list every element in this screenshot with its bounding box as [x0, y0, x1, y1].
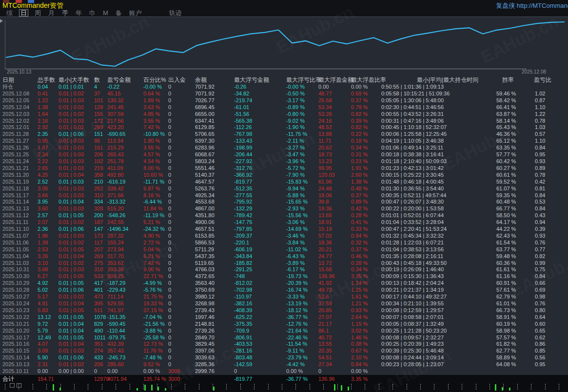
table-row[interactable]: 2025.11.061.390.01 | 0.02117155.242.72 %… — [0, 240, 568, 246]
table-row[interactable]: 2025.10.235.830.01 | 0.05511741.9737.15 … — [0, 307, 568, 314]
table-row[interactable]: 2025.11.112.070.01 | 0.02187242.555.21 %… — [0, 219, 568, 226]
cell-pnl: -245.73 — [106, 355, 142, 361]
header-minmax[interactable]: 最小|大手数 — [58, 76, 93, 84]
header-count[interactable]: 数 — [93, 76, 106, 84]
tab-综[interactable]: 综 — [5, 10, 14, 16]
cell-inout: 0 — [166, 158, 194, 165]
cell-minmax: 0.01 | 0.05 — [58, 212, 93, 219]
cell-balance: 2739.26 — [194, 328, 233, 335]
header-mfl[interactable]: 最大浮亏金额 — [233, 76, 285, 84]
header-date[interactable]: 日期 — [0, 76, 37, 84]
chart-x-axis — [5, 69, 527, 69]
table-row[interactable]: 2025.12.022.160.01 | 0.03172217.563.55 %… — [0, 118, 568, 125]
table-row[interactable]: 2025.11.270.950.01 | 0.0386113.341.80 %0… — [0, 138, 568, 145]
cell-ratio: 0.95 — [533, 151, 568, 158]
header-mfpp[interactable]: 最大浮盈比率 — [350, 76, 380, 84]
table-row[interactable]: 2025.11.052.530.01 | 0.05207273.945.04 %… — [0, 246, 568, 253]
cell-ratio: 0.77 — [533, 246, 568, 253]
table-row[interactable]: 2025.10.153.090.01 | 0.03274357.4311.76 … — [0, 348, 568, 355]
cell-minmax: 0.01 | 0.04 — [58, 321, 93, 328]
header-mflp[interactable]: 最大浮亏比率 — [285, 76, 317, 84]
table-row[interactable]: 2025.12.051.220.01 | 0.03101130.321.89 %… — [0, 97, 568, 104]
summary-row[interactable]: 合计154.71129704071.94135.74 %3000-819.77-… — [0, 375, 568, 383]
tab-月[interactable]: 月 — [47, 10, 56, 16]
tab-周[interactable]: 周 — [34, 10, 42, 16]
table-row[interactable]: 2025.10.219.720.01 | 0.04829-590.45-21.5… — [0, 321, 568, 328]
table-row[interactable]: 2025.11.071.960.01 | 0.03173287.324.90 %… — [0, 233, 568, 240]
tab-M[interactable]: M — [102, 10, 109, 16]
table-row[interactable]: 2025.12.041.380.01 | 0.02128241.453.63 %… — [0, 104, 568, 111]
table-row[interactable]: 2025.11.133.600.01 | 0.03328515.2011.84 … — [0, 205, 568, 212]
table-row[interactable]: 2025.10.164.070.01 | 0.04351432.3912.73 … — [0, 341, 568, 348]
strip-icon-1[interactable] — [10, 383, 15, 388]
table-row[interactable]: 2025.11.033.100.01 | 0.02275353.627.42 %… — [0, 260, 568, 267]
table-row[interactable]: 2025.11.252.340.01 | 0.03206265.434.57 %… — [0, 151, 568, 158]
equity-chart[interactable]: 2025.10.13 2025.12.08 — [0, 17, 568, 76]
cell-mfp: 18.36 — [317, 240, 350, 246]
cell-date: 2025.11.17 — [0, 192, 37, 199]
table-row[interactable]: 2025.10.285.020.01 | 0.06401-229.43-5.76… — [0, 287, 568, 294]
table-row[interactable]: 持仓0.040.01 | 0.014-0.22-0.00 %07071.92-0… — [0, 84, 568, 91]
table-row[interactable]: 2025.11.183.050.01 | 0.03262338.426.87 %… — [0, 186, 568, 192]
cell-pct: -7.04 % — [142, 314, 166, 321]
table-row[interactable]: 2025.10.306.270.01 | 0.05533809.2522.71 … — [0, 273, 568, 280]
volume-tick — [240, 384, 241, 390]
cell-mfl: -748 — [233, 273, 285, 280]
table-row[interactable]: 2025.11.261.870.01 | 0.03161215.293.55 %… — [0, 145, 568, 151]
table-row[interactable]: 2025.10.205.790.01 | 0.04490-110.44-3.88… — [0, 328, 568, 335]
table-row[interactable]: 2025.10.145.900.01 | 0.06433-245.73-7.48… — [0, 355, 568, 361]
tab-日[interactable]: 日 — [19, 9, 28, 17]
volume-tick — [199, 384, 199, 390]
cell-inout: 0 — [166, 219, 194, 226]
header-mfp[interactable]: 最大浮盈金额 — [317, 76, 350, 84]
table-row[interactable]: 2025.10.110.000.00 | 0.0000.000.00 %3000… — [0, 368, 568, 375]
table-row[interactable]: 2025.11.102.360.01 | 0.06147-1496.34-24.… — [0, 226, 568, 233]
table-row[interactable]: 2025.11.212.650.01 | 0.03219411.098.00 %… — [0, 165, 568, 172]
cell-date: 2025.10.21 — [0, 321, 37, 328]
table-row[interactable]: 2025.11.173.660.01 | 0.03310371.668.16 %… — [0, 192, 568, 199]
table-row[interactable]: 2025.11.192.520.01 | 0.03210-616.19-11.7… — [0, 179, 568, 186]
tab-巾[interactable]: 巾 — [88, 10, 97, 16]
table-row[interactable]: 2025.11.143.950.01 | 0.04334-313.32-6.44… — [0, 199, 568, 205]
cell-mfp: 13.65 — [317, 212, 350, 219]
header-balance[interactable]: 余额 — [194, 76, 233, 84]
table-row[interactable]: 2025.10.275.170.01 | 0.02473711.1421.75 … — [0, 294, 568, 300]
header-times[interactable]: 最小|平均|最大持仓时间 — [380, 76, 495, 84]
cell-pct: 8.16 % — [142, 192, 166, 199]
tab-账户[interactable]: 账户 — [128, 10, 143, 16]
header-pct[interactable]: 百分比% — [142, 76, 166, 84]
table-row[interactable]: 2025.11.043.260.01 | 0.04269317.706.21 %… — [0, 253, 568, 260]
cell-mfpp: 1.15 % — [350, 321, 380, 328]
table-row[interactable]: 2025.12.012.920.01 | 0.02269423.207.42 %… — [0, 124, 568, 131]
table-row[interactable]: 2025.10.132.310.01 | 0.02206285.609.52 %… — [0, 361, 568, 368]
cell-pct: -5.76 % — [142, 287, 166, 294]
cell-date: 2025.12.01 — [0, 124, 37, 131]
table-row[interactable]: 2025.12.031.640.01 | 0.02155307.594.85 %… — [0, 111, 568, 118]
table-row[interactable]: 2025.11.282.350.01 | 0.06151-690.65-10.8… — [0, 131, 568, 138]
table-row[interactable]: 2025.11.122.570.01 | 0.05200-548.26-11.1… — [0, 212, 568, 219]
header-win[interactable]: 胜率 — [495, 76, 533, 84]
cell-ratio: 0.76 — [533, 240, 568, 246]
table-row[interactable]: 2025.11.242.220.01 | 0.03192251.784.54 %… — [0, 158, 568, 165]
cell-times: 0:00:25 | 0:20:39 | 1:49:23 — [380, 341, 495, 348]
table-row[interactable]: 2025.12.080.410.01 | 0.023745.150.64 %07… — [0, 91, 568, 97]
table-row[interactable]: 2025.10.1712.490.01 | 0.051011-979.75-25… — [0, 335, 568, 341]
cell-mflp: -19.73 % — [285, 273, 317, 280]
cell-inout: 0 — [166, 260, 194, 267]
table-row[interactable]: 2025.11.204.250.01 | 0.04358492.8010.60 … — [0, 172, 568, 179]
tab-备[interactable]: 备 — [115, 10, 123, 16]
tab-年[interactable]: 年 — [75, 10, 83, 16]
header-pnl[interactable]: 盈亏金额 — [106, 76, 142, 84]
header-ratio[interactable]: 盈亏比 — [533, 76, 568, 84]
cell-mflp: -0.89 % — [285, 104, 317, 111]
tab-季[interactable]: 季 — [61, 10, 69, 16]
table-row[interactable]: 2025.10.244.910.01 | 0.04395529.5519.33 … — [0, 300, 568, 307]
table-row[interactable]: 2025.10.294.920.01 | 0.05417-187.29-4.99… — [0, 280, 568, 287]
tab-轨迹[interactable]: 轨迹 — [168, 10, 183, 16]
table-row[interactable]: 2025.10.2213.120.01 | 0.051078-151.35-7.… — [0, 314, 568, 321]
header-inout[interactable]: 出入金 — [166, 76, 194, 84]
table-row[interactable]: 2025.10.313.680.01 | 0.03310393.389.00 %… — [0, 266, 568, 273]
volume-tick — [254, 384, 255, 390]
header-lots[interactable]: 总手数 — [37, 76, 58, 84]
cell-count: 219 — [93, 165, 106, 172]
